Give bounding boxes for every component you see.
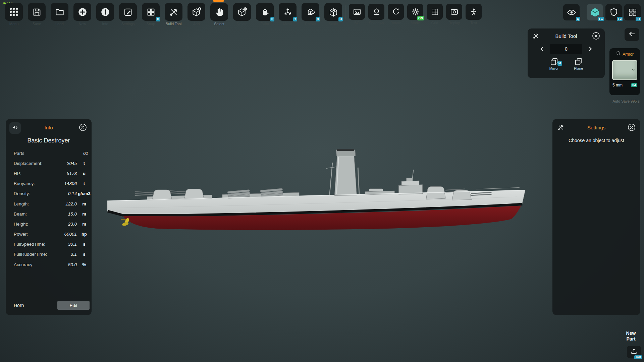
stat-row: Power:60001hp: [6, 229, 92, 239]
increment-button[interactable]: [587, 46, 594, 52]
offset-value-input[interactable]: 0: [550, 44, 582, 54]
hotkey-f1[interactable]: F1: [587, 4, 603, 20]
load-icon: [55, 7, 65, 17]
tool-snap[interactable]: GSnap: [142, 3, 160, 26]
stat-label: Buoyancy:: [14, 181, 53, 186]
tool-settings[interactable]: Settings: [119, 3, 137, 26]
edit-horn-button[interactable]: Edit: [57, 301, 90, 310]
scale-icon: [328, 7, 338, 17]
armor-title: Armor: [623, 52, 634, 57]
tool-icon-box: [368, 4, 384, 20]
close-icon[interactable]: [627, 123, 636, 132]
tool-icon-box: [165, 3, 182, 21]
tool-label: Test: [470, 21, 477, 25]
hotkey-badge: F3: [636, 17, 641, 21]
hotkey-f2[interactable]: F2: [605, 4, 622, 20]
ship-model[interactable]: [106, 146, 527, 233]
hotkey-badge: F1: [598, 17, 604, 21]
hotkey-badge: F4: [631, 83, 637, 87]
bg-icon: [353, 7, 362, 16]
build-tool-icon: [169, 7, 179, 17]
tool-label: Delete: [237, 22, 248, 26]
tool-label: Replay: [448, 21, 460, 25]
tool-new[interactable]: New: [73, 3, 91, 26]
stat-row: Accuracy50.0%: [6, 259, 92, 269]
tool-icon-box: [119, 3, 137, 21]
stat-label: Length:: [14, 201, 53, 206]
stat-label: FullSpeedTime:: [14, 242, 53, 247]
armor-bottom-row: 5 mm F4: [612, 83, 637, 87]
rotate-view-icon: [391, 7, 400, 16]
tool-add[interactable]: Add: [187, 3, 205, 26]
new-part-line2: Part: [621, 336, 641, 342]
tool-label: Add: [193, 22, 200, 26]
tool-delete[interactable]: Delete: [233, 3, 251, 26]
settings-message: Choose an object to adjust: [552, 138, 640, 143]
tool-label: Select: [214, 22, 224, 26]
tool-label: BG: [354, 21, 360, 25]
stat-row: Beam:15.0m: [6, 209, 92, 219]
tool-icon-box: [466, 4, 482, 20]
tool-mode[interactable]: ONMode: [407, 4, 423, 25]
tool-rotate[interactable]: RRotate: [302, 3, 319, 26]
back-button[interactable]: [625, 28, 639, 41]
tool-icon-box: G: [142, 3, 160, 21]
tool-bg[interactable]: BG: [349, 4, 365, 25]
tool-build-tool[interactable]: Build Tool: [165, 3, 182, 26]
decrement-button[interactable]: [539, 46, 545, 52]
armor-thickness: 5 mm: [612, 83, 623, 87]
tool-replay[interactable]: Replay: [446, 4, 462, 25]
settings-header: Settings: [552, 119, 640, 136]
hotkey-badge: Q: [576, 17, 580, 21]
plane-button[interactable]: Plane: [574, 57, 583, 70]
stat-value: 50.0: [53, 262, 77, 267]
stat-unit: m: [77, 212, 92, 217]
main-toolbar: MenuSaveLoadNewInfoSettingsGSnapBuild To…: [5, 3, 342, 26]
new-part-button[interactable]: TAB: [627, 346, 641, 358]
tool-info[interactable]: Info: [96, 3, 114, 26]
tool-test[interactable]: Test: [466, 4, 482, 25]
tool-menu[interactable]: Menu: [5, 3, 23, 26]
stat-row: Parts61: [6, 148, 92, 158]
add-icon: [192, 7, 202, 17]
stat-unit: m: [77, 222, 92, 227]
hotkey-badge: P: [270, 17, 274, 21]
info-header: Info: [6, 119, 92, 136]
tool-save[interactable]: Save: [28, 3, 46, 26]
armor-shield-icon: [609, 7, 619, 17]
ship-name: Basic Destroyer: [6, 137, 92, 144]
paint-icon: [260, 7, 270, 17]
new-icon: [77, 7, 88, 17]
close-icon[interactable]: [592, 32, 601, 41]
tool-select[interactable]: Select: [210, 3, 228, 26]
tool-grid[interactable]: Grid: [427, 4, 443, 25]
close-icon[interactable]: [78, 123, 88, 132]
tool-icon-box: U: [324, 3, 342, 21]
active-category-tab: [213, 0, 224, 2]
stat-unit: hp: [77, 232, 92, 237]
tool-icon-box: [349, 4, 365, 20]
stat-row: Buoyancy:14806t: [6, 179, 92, 189]
replay-icon: [450, 7, 459, 16]
mirror-button[interactable]: MMirror: [549, 57, 558, 70]
groups-icon: [628, 7, 638, 17]
tool-shadows[interactable]: Shadows: [368, 4, 384, 25]
hotkey-f3[interactable]: F3: [624, 4, 641, 20]
mirror-icon: [550, 57, 558, 66]
stat-unit: s: [77, 252, 92, 257]
tool-label: Load: [55, 22, 63, 26]
tool-move[interactable]: TMove: [279, 3, 297, 26]
tool-label: Paint: [261, 22, 269, 26]
tool-icon-box: ON: [407, 4, 423, 20]
tool-load[interactable]: Load: [51, 3, 68, 26]
view-toolbar: BGShadowsRotateONModeGridReplayTest: [349, 4, 482, 25]
hotkey-q[interactable]: Q: [563, 4, 580, 20]
armor-material-swatch[interactable]: [612, 60, 637, 80]
select-icon: [214, 7, 224, 17]
tool-paint[interactable]: PPaint: [256, 3, 274, 26]
tool-rotate[interactable]: Rotate: [388, 4, 404, 25]
hotkey-badge: M: [557, 61, 562, 66]
info-icon: [100, 7, 110, 17]
build-tool-panel: Build Tool 0 MMirrorPlane: [528, 28, 605, 78]
tool-scale[interactable]: UScale: [324, 3, 342, 26]
